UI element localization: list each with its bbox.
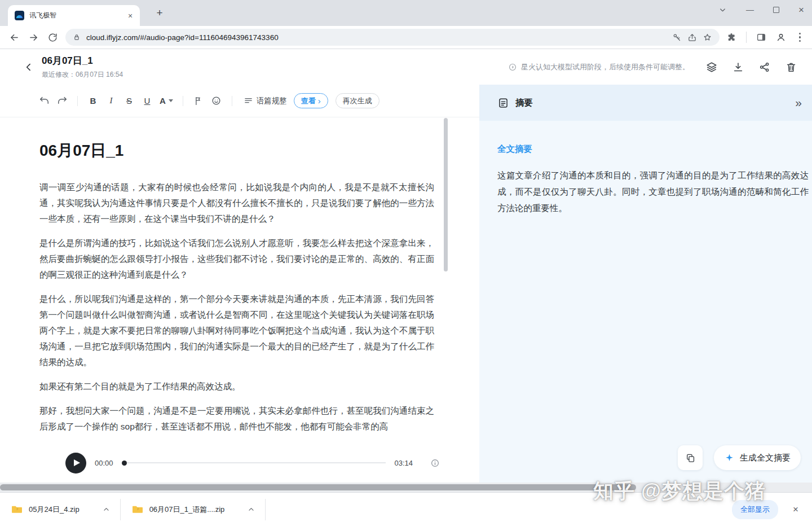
window-controls: — × [718, 0, 804, 19]
underline-button[interactable]: U [138, 93, 156, 109]
new-tab-button[interactable]: + [152, 6, 167, 20]
trash-icon[interactable] [785, 61, 797, 73]
browser-tab[interactable]: 讯飞极智 × [8, 5, 140, 26]
profile-avatar-icon[interactable] [776, 32, 786, 42]
doc-paragraph[interactable]: 是什么，所以呢我们沟通是这样的，第一个部分今天要来讲就是沟通的本质，先正本清源，… [39, 291, 434, 370]
total-time: 03:14 [394, 459, 413, 467]
bold-button[interactable]: B [84, 93, 102, 109]
audio-player: 00:00 03:14 [0, 443, 479, 483]
seek-knob[interactable] [122, 461, 127, 466]
watermark: 知乎 @梦想是个猪 [593, 477, 766, 505]
side-panel-icon[interactable] [756, 32, 766, 42]
password-key-icon[interactable] [672, 33, 682, 42]
font-color-label: A [160, 96, 166, 106]
summary-note-icon [497, 97, 509, 109]
page-header: 06月07日_1 最近修改：06月07日 16:54 星火认知大模型试用阶段，后… [0, 49, 812, 85]
address-bar[interactable]: cloud.iflyjz.com/#/audio-page?id=1116046… [65, 29, 720, 46]
horizontal-scrollbar-thumb[interactable] [0, 484, 636, 490]
browser-menu-icon[interactable] [796, 30, 804, 44]
summary-actions: 生成全文摘要 [678, 445, 801, 470]
document-title[interactable]: 06月07日_1 [39, 140, 434, 161]
browser-tab-strip: 讯飞极智 × + — × [0, 0, 812, 26]
share-nodes-icon[interactable] [758, 61, 771, 73]
seek-slider[interactable] [122, 462, 386, 463]
doc-paragraph[interactable]: 如果还有第二个目的就是为了工作结果的高效达成。 [39, 379, 434, 394]
copy-icon [685, 453, 696, 463]
bookmark-star-icon[interactable] [703, 33, 712, 42]
strikethrough-button[interactable]: S [120, 93, 138, 109]
window-minimize-button[interactable]: — [746, 6, 754, 14]
discourse-icon [244, 96, 253, 106]
download-icon[interactable] [732, 61, 744, 73]
page-back-button[interactable] [20, 59, 37, 76]
window-close-button[interactable]: × [798, 5, 804, 15]
site-info-lock-icon[interactable] [73, 33, 81, 41]
generate-summary-button[interactable]: 生成全文摘要 [714, 445, 801, 470]
download-item-menu-icon[interactable] [244, 503, 258, 515]
summary-section-title: 全文摘要 [497, 143, 809, 155]
download-file-name: 06月07日_1_语篇....zip [149, 505, 225, 515]
generate-summary-label: 生成全文摘要 [740, 453, 791, 463]
toolbar-divider [746, 32, 747, 43]
view-label: 查看 [301, 96, 316, 106]
regenerate-label: 再次生成 [343, 96, 372, 106]
last-modified: 最近修改：06月07日 16:54 [42, 70, 123, 80]
back-icon[interactable] [5, 28, 24, 47]
page-title: 06月07日_1 [42, 54, 123, 67]
regenerate-button[interactable]: 再次生成 [336, 93, 379, 108]
copy-summary-button[interactable] [678, 445, 703, 470]
tab-title: 讯飞极智 [29, 11, 120, 20]
reload-icon[interactable] [43, 28, 62, 47]
close-downloads-icon[interactable]: × [789, 503, 802, 516]
download-file-name: 05月24日_4.zip [29, 505, 80, 515]
player-info-icon[interactable] [430, 458, 440, 468]
caret-down-icon [169, 99, 173, 102]
collapse-panel-icon[interactable]: » [791, 96, 806, 109]
editor-pane: B I S U A 语篇规整 查看 › [0, 85, 479, 483]
tab-close-icon[interactable]: × [125, 11, 135, 21]
editor-toolbar: B I S U A 语篇规整 查看 › [0, 85, 479, 117]
doc-paragraph[interactable]: 是什么是所谓沟通的技巧，比如说这个话我们怎么说别人才愿意听，我要怎么样去把这个深… [39, 235, 434, 283]
layers-icon[interactable] [705, 61, 718, 73]
document-area[interactable]: 06月07日_1 调一调至少沟通的话题，大家有的时候也会经常问，比如说我是个内向… [0, 117, 479, 443]
window-maximize-button[interactable] [773, 7, 779, 13]
downloads-divider [265, 499, 266, 520]
document-content[interactable]: 06月07日_1 调一调至少沟通的话题，大家有的时候也会经常问，比如说我是个内向… [0, 117, 479, 435]
toolbar-divider [183, 96, 183, 106]
summary-panel-title: 摘要 [515, 97, 784, 109]
arrow-right-icon: › [318, 96, 321, 106]
url-text: cloud.iflyjz.com/#/audio-page?id=1116046… [86, 33, 667, 42]
page-title-block: 06月07日_1 最近修改：06月07日 16:54 [42, 54, 123, 80]
doc-paragraph[interactable]: 调一调至少沟通的话题，大家有的时候也会经常问，比如说我是个内向的人，我是不是就不… [39, 179, 434, 227]
forward-icon[interactable] [24, 28, 43, 47]
summary-text: 这篇文章介绍了沟通的本质和目的，强调了沟通的目的是为了工作结果的高效达成，而不是… [497, 167, 809, 216]
summary-body: 全文摘要 这篇文章介绍了沟通的本质和目的，强调了沟通的目的是为了工作结果的高效达… [479, 121, 812, 216]
scrollbar-thumb[interactable] [444, 118, 448, 271]
flag-icon[interactable] [189, 93, 208, 109]
redo-icon[interactable] [53, 93, 71, 109]
zip-file-icon [11, 505, 23, 514]
undo-icon[interactable] [35, 93, 53, 109]
summary-panel: 摘要 » 全文摘要 这篇文章介绍了沟通的本质和目的，强调了沟通的目的是为了工作结… [479, 85, 812, 483]
doc-paragraph[interactable]: 那好，我想问大家一个问题，沟通是不是一定要用嘴说，其实未必拿邮件也行，甚至呢我们… [39, 403, 434, 435]
tab-search-chevron-icon[interactable] [718, 6, 727, 14]
share-page-icon[interactable] [687, 33, 697, 42]
extensions-puzzle-icon[interactable] [726, 32, 736, 42]
view-button[interactable]: 查看 › [294, 93, 328, 108]
sparkle-icon [724, 453, 735, 463]
download-item[interactable]: 05月24日_4.zip [0, 493, 120, 526]
toolbar-actions [724, 30, 806, 44]
download-item-menu-icon[interactable] [99, 503, 113, 515]
play-button[interactable] [65, 453, 86, 474]
discourse-format-button[interactable]: 语篇规整 [244, 96, 287, 106]
editor-scrollbar[interactable] [444, 118, 448, 443]
summary-panel-header: 摘要 » [479, 85, 812, 121]
font-color-button[interactable]: A [156, 93, 176, 109]
model-notice-text: 星火认知大模型试用阶段，后续使用条件可能调整。 [521, 62, 690, 72]
sticker-icon[interactable] [208, 93, 226, 109]
zip-file-icon [132, 505, 143, 514]
italic-button[interactable]: I [102, 93, 120, 109]
notice-spark-icon [508, 63, 517, 72]
download-item[interactable]: 06月07日_1_语篇....zip [121, 493, 266, 526]
model-notice: 星火认知大模型试用阶段，后续使用条件可能调整。 [508, 62, 690, 72]
